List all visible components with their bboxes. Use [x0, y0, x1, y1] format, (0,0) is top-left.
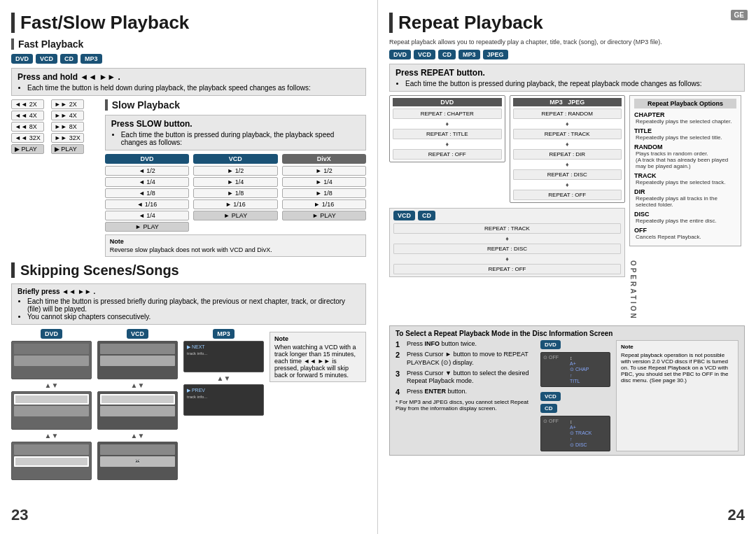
step-4: 4 Press ENTER button. — [396, 388, 535, 396]
operation-label: OPERATION — [629, 260, 637, 321]
disc-vcd-badge: VCD — [540, 392, 561, 401]
dvd-mp3-cols: DVD REPEAT : CHAPTER ♦ REPEAT : TITLE ♦ … — [389, 95, 625, 205]
opt-chapter-desc: Repeatedly plays the selected chapter. — [636, 118, 736, 125]
repeat-badge-vcd: VCD — [414, 50, 435, 59]
repeat-bullet: Each time the button is pressed during p… — [405, 80, 738, 87]
disc-dvd-badge: DVD — [540, 340, 561, 349]
skip-main-instr: Briefly press ◄◄ ►► . — [18, 288, 95, 295]
skip-section: Skipping Scenes/Songs Briefly press ◄◄ ►… — [11, 262, 366, 480]
fast-playback-subtitle: Fast Playback — [11, 38, 366, 50]
dvd-col-title: DVD — [393, 98, 502, 106]
repeat-main-instr: Press REPEAT button. — [396, 68, 738, 78]
skip-note-box: Note When watching a VCD with a track lo… — [270, 332, 366, 382]
slow-bullet-1: Each time the button is pressed during p… — [121, 131, 360, 146]
skip-bullet-1: Each time the button is pressed briefly … — [27, 297, 360, 313]
opt-track-term: TRACK — [634, 172, 736, 179]
select-title: To Select a Repeat Playback Mode in the … — [396, 330, 738, 337]
opt-off-term: OFF — [634, 227, 736, 234]
repeat-left-diagrams: DVD REPEAT : CHAPTER ♦ REPEAT : TITLE ♦ … — [389, 95, 625, 321]
badge-cd: CD — [60, 54, 78, 64]
repeat-badge-jpeg: JPEG — [483, 50, 508, 59]
left-page: Fast/Slow Playback Fast Playback DVD VCD… — [0, 0, 378, 534]
skip-mp3-col: MP3 ▶ NEXT track info... ▲▼ ▶ PREV track… — [183, 329, 264, 480]
skip-vcd-screen1 — [97, 341, 178, 379]
slow-note-text: Reverse slow playback does not work with… — [110, 246, 361, 253]
skip-vcd-col: VCD ▲▼ ▲▼ 🦝 — [97, 329, 178, 480]
fwd-4x: ►► 4X — [51, 111, 84, 120]
mp3-jpeg-col-title: MP3 JPEG — [513, 98, 622, 106]
repeat-note-title: Note — [621, 344, 734, 350]
fast-back-speeds: ◄◄ 2X ◄◄ 4X ◄◄ 8X ◄◄ 32X ▶ PLAY — [11, 99, 44, 253]
skip-instr-box: Briefly press ◄◄ ►► . Each time the butt… — [11, 283, 366, 325]
vcd-badge-sm: VCD — [393, 211, 415, 220]
skip-dvd-screen1 — [11, 341, 92, 379]
fwd-play: ▶ PLAY — [51, 144, 84, 154]
skip-dvd-col: DVD ▲▼ ▲▼ — [11, 329, 92, 480]
cd-badge-sm: CD — [418, 211, 435, 220]
page-num-right: 24 — [728, 506, 745, 524]
repeat-instr-box: Press REPEAT button. Each time the butto… — [389, 64, 745, 92]
slow-instr-box: Press SLOW button. Each time the button … — [105, 115, 366, 150]
badge-dvd: DVD — [11, 54, 33, 64]
mp3-row-track: REPEAT : TRACK — [513, 129, 622, 139]
repeat-badge-dvd: DVD — [389, 50, 411, 59]
repeat-options-box: Repeat Playback Options CHAPTER Repeated… — [629, 95, 741, 246]
repeat-options-title: Repeat Playback Options — [634, 99, 736, 108]
vcd-disc-screen: ⊙ OFF↕ A+ ⊙ TRACK ↑ ⊙ DISC — [540, 416, 610, 451]
select-section: To Select a Repeat Playback Mode in the … — [389, 325, 745, 456]
repeat-main-layout: DVD REPEAT : CHAPTER ♦ REPEAT : TITLE ♦ … — [389, 95, 745, 321]
opt-off-desc: Cancels Repeat Playback. — [636, 234, 736, 240]
vcd-row-disc: REPEAT : DISC — [393, 244, 621, 254]
repeat-badge-cd: CD — [438, 50, 456, 59]
mp3-row-disc: REPEAT : DISC — [513, 169, 622, 180]
skip-vcd-badge: VCD — [127, 329, 148, 339]
disc-info-screens: DVD ⊙ OFF↕ A+ ⊙ CHAP ↑ TITL VCD CD ⊙ OFF… — [540, 340, 610, 451]
skip-note-area: Note When watching a VCD with a track lo… — [270, 329, 366, 480]
vcd-row-off: REPEAT : OFF — [393, 264, 621, 274]
slow-playback-section: Slow Playback Press SLOW button. Each ti… — [105, 99, 366, 257]
opt-track-desc: Repeatedly plays the selected track. — [636, 179, 736, 185]
slow-vcd-badge: VCD — [193, 154, 277, 164]
fast-speed-area: ◄◄ 2X ◄◄ 4X ◄◄ 8X ◄◄ 32X ▶ PLAY ►► 2X ►►… — [11, 99, 366, 257]
repeat-note-text: Repeat playback operation is not possibl… — [621, 352, 734, 384]
fwd-8x: ►► 8X — [51, 122, 84, 132]
fast-bullet-1: Each time the button is held down during… — [27, 84, 360, 92]
select-steps-list: 1 Press INFO button twice. 2 Press Curso… — [396, 340, 535, 451]
fwd-32x: ►► 32X — [51, 133, 84, 143]
opt-dir-desc: Repeatedly plays all tracks in the selec… — [636, 195, 736, 208]
mp3-row-dir: REPEAT : DIR — [513, 149, 622, 160]
slow-dvd-badge: DVD — [105, 154, 189, 164]
skip-mp3-screen1: ▶ NEXT track info... — [183, 341, 264, 372]
skip-dvd-screen2 — [11, 391, 92, 430]
mp3-jpeg-col: MP3 JPEG REPEAT : RANDOM ♦ REPEAT : TRAC… — [510, 95, 626, 205]
slow-playback-subtitle: Slow Playback — [105, 99, 366, 111]
slow-diagrams: DVD ◄ 1/2 ◄ 1/4 ◄ 1/8 ◄ 1/16 ◄ 1/4 ► PLA… — [105, 154, 366, 232]
dvd-row-off: REPEAT : OFF — [393, 149, 502, 160]
skip-dvd-screen3 — [11, 442, 92, 480]
back-play: ▶ PLAY — [11, 144, 44, 154]
vcd-row-track: REPEAT : TRACK — [393, 223, 621, 234]
back-4x: ◄◄ 4X — [11, 111, 44, 120]
disc-cd-badge: CD — [540, 404, 557, 413]
fast-fwd-speeds: ►► 2X ►► 4X ►► 8X ►► 32X ▶ PLAY — [51, 99, 84, 253]
back-8x: ◄◄ 8X — [11, 122, 44, 132]
step-3: 3 Press Cursor ▼ button to select the de… — [396, 370, 535, 386]
fast-badge-row: DVD VCD CD MP3 — [11, 54, 366, 64]
select-footer: * For MP3 and JPEG discs, you cannot sel… — [396, 399, 535, 412]
skip-mp3-screen2: ▶ PREV track info... — [183, 384, 264, 416]
skip-vcd-screen2 — [97, 391, 178, 430]
skip-images-area: DVD ▲▼ ▲▼ VCD — [11, 329, 366, 480]
fast-main-instr: Press and hold ◄◄ ►► . — [18, 72, 360, 82]
step-1: 1 Press INFO button twice. — [396, 340, 535, 349]
slow-divx-badge: DivX — [282, 154, 366, 164]
opt-disc-desc: Repeatedly plays the entire disc. — [636, 218, 736, 224]
vcd-cd-col: VCD CD REPEAT : TRACK ♦ REPEAT : DISC ♦ … — [389, 208, 625, 277]
dvd-disc-screen: ⊙ OFF↕ A+ ⊙ CHAP ↑ TITL — [540, 352, 610, 387]
slow-note-title: Note — [110, 238, 361, 245]
mp3-row-random: REPEAT : RANDOM — [513, 108, 622, 119]
fwd-2x: ►► 2X — [51, 99, 84, 109]
opt-title-desc: Repeatedly plays the selected title. — [636, 134, 736, 141]
opt-title-term: TITLE — [634, 127, 736, 134]
repeat-note-box: Note Repeat playback operation is not po… — [616, 340, 738, 451]
repeat-title: Repeat Playback — [389, 13, 745, 33]
